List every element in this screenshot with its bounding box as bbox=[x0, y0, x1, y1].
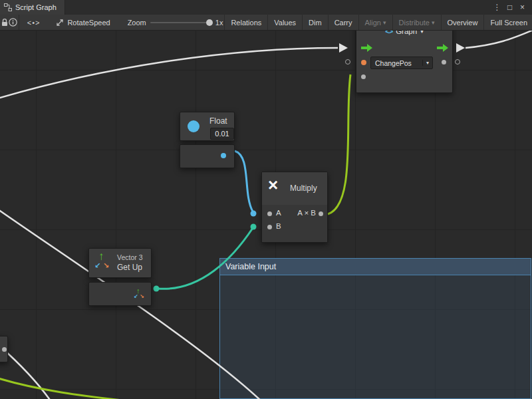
chevron-down-icon: ▾ bbox=[422, 60, 432, 66]
flow-output-port[interactable] bbox=[437, 44, 449, 52]
overview-button[interactable]: Overview bbox=[443, 15, 483, 30]
wire-float-to-multiply-a[interactable] bbox=[235, 151, 253, 211]
port-dot-multiply-b-external[interactable] bbox=[251, 224, 257, 230]
float-output-port[interactable] bbox=[221, 153, 226, 158]
multiply-port-b-label: B bbox=[276, 222, 281, 230]
vector3-get-up-node[interactable]: ↑ ↙ ↘ Vector 3 Get Up bbox=[88, 248, 152, 278]
wire-arrowhead-out bbox=[456, 43, 465, 53]
graph-canvas[interactable]: Variable Input <> bbox=[0, 31, 532, 399]
unconnected-port-right[interactable] bbox=[455, 59, 460, 65]
graph-icon: <> bbox=[385, 31, 392, 35]
window-controls: ⋮ □ × bbox=[491, 0, 532, 15]
window-menu-icon[interactable]: ⋮ bbox=[491, 0, 503, 15]
graph-unit-title: Graph bbox=[396, 31, 417, 35]
value-output-port[interactable] bbox=[442, 60, 446, 65]
vector3-title: Get Up bbox=[117, 263, 142, 272]
wire-multiply-to-graph[interactable] bbox=[328, 74, 350, 214]
variable-input-group[interactable]: Variable Input bbox=[219, 258, 531, 399]
values-button[interactable]: Values bbox=[269, 15, 301, 30]
wire-green-bottom-left[interactable] bbox=[0, 376, 134, 399]
zoom-slider[interactable] bbox=[150, 22, 211, 23]
variable-dropdown[interactable]: ChangePos ▾ bbox=[370, 57, 433, 69]
clipped-edge-node[interactable] bbox=[0, 336, 8, 362]
multiply-port-a-label: A bbox=[276, 209, 281, 217]
script-machine-icon bbox=[56, 19, 64, 27]
group-header[interactable]: Variable Input bbox=[220, 259, 531, 275]
full-screen-button[interactable]: Full Screen bbox=[485, 15, 532, 30]
multiply-node[interactable]: × Multiply A A × B B bbox=[261, 172, 328, 243]
tab-bar: Script Graph ⋮ □ × bbox=[0, 0, 532, 15]
align-dropdown[interactable]: Align ▾ bbox=[360, 15, 391, 30]
variable-dropdown-value: ChangePos bbox=[371, 59, 422, 67]
extra-input-port[interactable] bbox=[361, 74, 366, 79]
vector3-type-label: Vector 3 bbox=[117, 253, 143, 261]
graph-toolbar: <•> RotateSpeed Zoom 1x Relations Values… bbox=[0, 15, 532, 31]
float-type-icon bbox=[188, 120, 200, 132]
clipped-node-port[interactable] bbox=[2, 347, 7, 352]
multiply-title: Multiply bbox=[290, 184, 317, 193]
multiply-icon: × bbox=[268, 176, 278, 194]
carry-button[interactable]: Carry bbox=[330, 15, 357, 30]
tab-title: Script Graph bbox=[15, 3, 57, 11]
vector3-ports[interactable]: ↑ ↙ ↘ bbox=[88, 282, 152, 306]
graph-name-text: RotateSpeed bbox=[67, 19, 110, 27]
graph-unit-node[interactable]: <> Graph ▾ ChangePos ▾ bbox=[356, 31, 453, 93]
unconnected-port-left[interactable] bbox=[345, 59, 350, 65]
multiply-ports: A A × B B bbox=[262, 205, 327, 242]
float-value-input[interactable]: 0.01 bbox=[210, 128, 234, 140]
vector3-icon: ↑ ↙ ↘ bbox=[94, 251, 113, 274]
float-node[interactable]: Float 0.01 bbox=[180, 112, 235, 141]
multiply-result-label: A × B bbox=[297, 209, 316, 217]
vector3-output-icon[interactable]: ↑ ↙ ↘ bbox=[134, 287, 146, 301]
relations-button[interactable]: Relations bbox=[226, 15, 266, 30]
zoom-value: 1x bbox=[215, 19, 223, 27]
lock-icon[interactable] bbox=[0, 15, 9, 30]
zoom-control: Zoom 1x bbox=[128, 19, 223, 27]
chevron-down-icon: ▾ bbox=[383, 19, 386, 26]
flow-input-port[interactable] bbox=[361, 44, 373, 52]
port-dot-multiply-a-external[interactable] bbox=[251, 211, 257, 217]
multiply-port-a[interactable] bbox=[267, 211, 272, 216]
float-node-ports[interactable] bbox=[180, 144, 235, 168]
dim-button[interactable]: Dim bbox=[304, 15, 327, 30]
chevron-down-icon: ▾ bbox=[432, 19, 435, 26]
close-icon[interactable]: × bbox=[517, 0, 528, 15]
zoom-slider-thumb[interactable] bbox=[206, 19, 213, 26]
maximize-icon[interactable]: □ bbox=[504, 0, 515, 15]
script-graph-icon bbox=[4, 3, 12, 11]
edit-graph-button[interactable]: <•> bbox=[21, 19, 47, 27]
toolbar-button-group: Relations Values Dim Carry Align ▾ Distr… bbox=[223, 15, 532, 30]
multiply-header: × Multiply bbox=[262, 172, 327, 205]
graph-name-label: RotateSpeed bbox=[56, 19, 110, 27]
wire-control-out[interactable] bbox=[466, 31, 532, 48]
float-node-title: Float bbox=[209, 116, 227, 126]
zoom-label: Zoom bbox=[128, 19, 146, 27]
tab-script-graph[interactable]: Script Graph bbox=[0, 0, 65, 15]
wire-arrowhead-in bbox=[339, 43, 348, 53]
wire-control-in[interactable] bbox=[0, 48, 338, 100]
multiply-result-port[interactable] bbox=[319, 211, 323, 216]
chevron-down-icon: ▾ bbox=[420, 31, 424, 35]
port-dot-vector-output[interactable] bbox=[154, 286, 160, 292]
group-title: Variable Input bbox=[225, 262, 276, 271]
info-icon[interactable] bbox=[9, 15, 17, 30]
graph-unit-header[interactable]: <> Graph ▾ bbox=[356, 31, 452, 35]
distribute-dropdown[interactable]: Distribute ▾ bbox=[394, 15, 440, 30]
toolbar-separator bbox=[19, 15, 19, 30]
value-input-port[interactable] bbox=[361, 60, 366, 65]
unity-visual-scripting-window: Script Graph ⋮ □ × <•> bbox=[0, 0, 532, 399]
multiply-port-b[interactable] bbox=[267, 225, 272, 229]
